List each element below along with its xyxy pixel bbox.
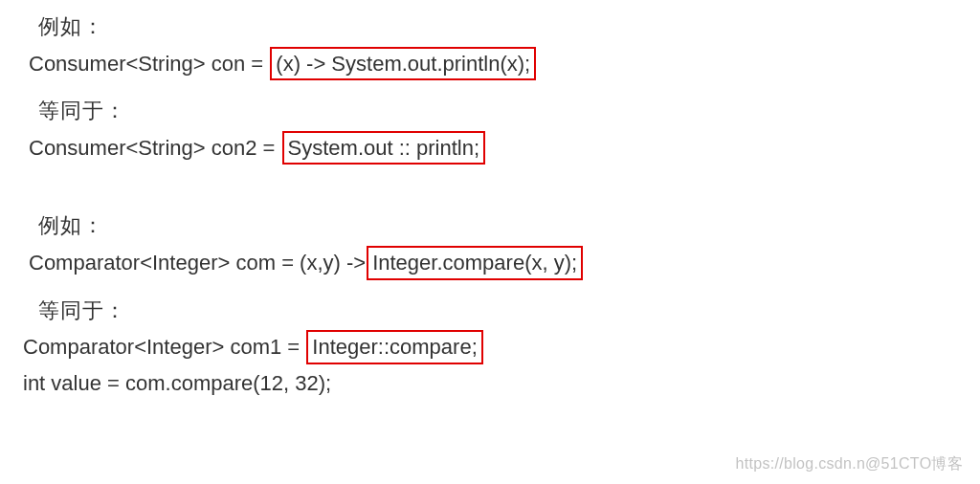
- highlight-box-1: (x) -> System.out.println(x);: [270, 47, 536, 81]
- code-line-4: Comparator<Integer> com1 = Integer::comp…: [23, 330, 980, 364]
- code-text-5: int value = com.compare(12, 32);: [23, 371, 331, 395]
- highlight-box-2: System.out :: println;: [282, 131, 486, 165]
- highlight-box-4: Integer::compare;: [306, 330, 482, 364]
- code-line-1: Consumer<String> con = (x) -> System.out…: [29, 47, 980, 81]
- code-line-2: Consumer<String> con2 = System.out :: pr…: [29, 131, 980, 165]
- code-pre-3: Comparator<Integer> com = (x,y) ->: [29, 251, 366, 275]
- highlight-box-3: Integer.compare(x, y);: [367, 246, 583, 280]
- example-label-1: 例如：: [38, 13, 980, 41]
- code-line-5: int value = com.compare(12, 32);: [23, 370, 980, 398]
- watermark-text: https://blog.csdn.n@51CTO博客: [736, 454, 963, 474]
- code-pre-4: Comparator<Integer> com1 =: [23, 335, 305, 359]
- code-pre-1: Consumer<String> con =: [29, 52, 269, 76]
- equivalent-label-1: 等同于：: [38, 98, 980, 125]
- example-label-2: 例如：: [38, 212, 980, 240]
- document-body: 例如： Consumer<String> con = (x) -> System…: [0, 0, 980, 397]
- section-gap: [29, 182, 980, 209]
- code-pre-2: Consumer<String> con2 =: [29, 136, 281, 160]
- code-line-3: Comparator<Integer> com = (x,y) ->Intege…: [29, 246, 980, 280]
- equivalent-label-2: 等同于：: [38, 297, 980, 325]
